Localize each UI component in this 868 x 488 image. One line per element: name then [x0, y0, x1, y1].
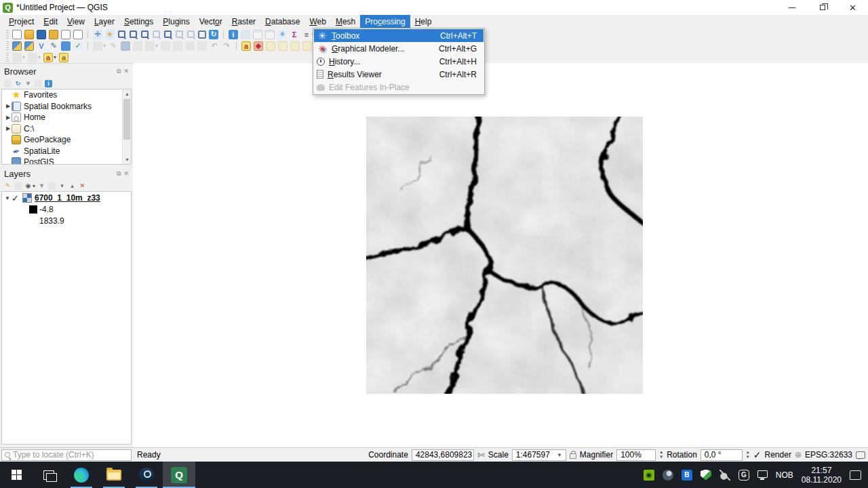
refresh-map-button[interactable]: ↻	[208, 29, 219, 40]
pan-to-selection-button[interactable]: ★	[104, 29, 115, 40]
browser-item-postgis[interactable]: ▶ PostGIS	[2, 157, 122, 165]
menu-settings[interactable]: Settings	[119, 15, 158, 28]
automated-label-placement-dropdown-arrow-icon[interactable]: ▾	[54, 54, 56, 60]
start-button[interactable]	[0, 462, 33, 488]
rotation-spinner[interactable]: ▲▼	[746, 450, 750, 460]
current-edits-dropdown-arrow-icon[interactable]: ▾	[103, 43, 106, 49]
toolbar-handle[interactable]	[6, 41, 9, 50]
coordinate-input[interactable]: 42843,6809823	[412, 449, 474, 461]
minimize-button[interactable]	[776, 0, 807, 15]
close-button[interactable]: ✕	[837, 0, 868, 15]
browser-item-favorites[interactable]: ▶ ★ Favorites	[2, 89, 122, 101]
automated-label-placement-button[interactable]: a▾	[43, 52, 57, 63]
steam-taskbar-button[interactable]	[130, 462, 163, 488]
save-project-as-button[interactable]	[48, 29, 59, 40]
spin-down-icon[interactable]: ▼	[659, 455, 663, 460]
browser-float-icon[interactable]: ⧉	[117, 68, 121, 75]
network-tray-icon[interactable]	[757, 470, 768, 478]
browser-refresh-button[interactable]: ↻	[14, 78, 22, 89]
browser-scrollbar[interactable]: ▲ ▼	[122, 89, 131, 164]
layers-close-icon[interactable]: ✕	[123, 170, 129, 178]
taskbar-clock[interactable]: 21:57 08.11.2020	[802, 466, 842, 485]
expand-arrow-icon[interactable]: ▶	[5, 115, 12, 121]
menu-project[interactable]: Project	[4, 15, 39, 28]
locator-search-input[interactable]: Type to locate (Ctrl+K)	[1, 449, 132, 461]
collapse-arrow-icon[interactable]: ▼	[3, 195, 12, 201]
scale-combobox[interactable]: 1:467597▼	[512, 449, 566, 461]
layers-collapse-all-button[interactable]: ▴	[68, 180, 77, 191]
zoom-in-button[interactable]	[117, 29, 127, 40]
language-indicator[interactable]: NOB	[776, 470, 793, 480]
render-checkbox[interactable]: ✓	[753, 449, 762, 460]
layers-filter-legend-button[interactable]: ▼	[37, 180, 46, 191]
messages-icon[interactable]	[856, 451, 865, 459]
windows-security-tray-icon[interactable]	[701, 470, 711, 481]
browser-item-spatialite[interactable]: ▶ ✒ SpatiaLite	[2, 146, 122, 157]
mouse-position-icon[interactable]: ✄	[477, 450, 485, 460]
expand-arrow-icon[interactable]: ▶	[5, 125, 12, 131]
lock-scale-icon[interactable]	[570, 453, 576, 459]
browser-close-icon[interactable]: ✕	[123, 68, 129, 75]
layer-styling-dropdown-dropdown-arrow-icon[interactable]: ▾	[38, 54, 41, 60]
layers-remove-button[interactable]: ✕	[78, 180, 87, 191]
layers-expand-all-button[interactable]: ▾	[58, 180, 66, 191]
layer-diagram-button[interactable]: ◆	[253, 41, 264, 52]
new-geopackage-layer-button[interactable]	[60, 41, 71, 52]
layers-manage-themes-dropdown-arrow-icon[interactable]: ▾	[33, 183, 35, 189]
layer-item-6700-1-10m-z33[interactable]: ▼ ✓ 6700_1_10m_z33	[2, 192, 131, 204]
menu-database[interactable]: Database	[260, 15, 304, 28]
steam-tray-icon[interactable]	[663, 470, 673, 481]
nvidia-tray-icon[interactable]: ◉	[644, 470, 654, 481]
open-data-source-manager-button[interactable]	[12, 41, 22, 52]
new-project-button[interactable]	[12, 29, 22, 40]
file-explorer-taskbar-button[interactable]	[98, 462, 130, 488]
layer-labeling-button[interactable]: a	[241, 41, 252, 52]
epsg-status-button[interactable]: EPSG:32633	[805, 450, 852, 460]
rotation-input[interactable]: 0,0 °	[701, 449, 743, 461]
browser-item-spatial-bookmarks[interactable]: ▶ Spatial Bookmarks	[2, 101, 122, 113]
zoom-full-extent-button[interactable]	[140, 29, 150, 40]
layer-visibility-checkbox[interactable]: ✓	[12, 194, 20, 203]
statistical-summary-button[interactable]: Σ	[289, 29, 300, 40]
menu-plugins[interactable]: Plugins	[158, 15, 194, 28]
toolbar-handle[interactable]	[6, 53, 9, 62]
browser-item-geopackage[interactable]: ▶ GeoPackage	[2, 134, 122, 146]
menu-item-history[interactable]: History... Ctrl+Alt+H	[314, 55, 484, 68]
menu-vector[interactable]: Vector	[195, 15, 227, 28]
satellite-dish-tray-icon[interactable]	[719, 470, 730, 481]
add-raster-layer-button[interactable]: V	[36, 41, 47, 52]
vertex-tool-dropdown-arrow-icon[interactable]: ▾	[155, 43, 158, 49]
menu-item-graphical-modeler[interactable]: ✳ Graphical Modeler... Ctrl+Alt+G	[314, 42, 484, 55]
spin-up-icon[interactable]: ▲	[746, 450, 750, 455]
menu-web[interactable]: Web	[304, 15, 330, 28]
menu-edit[interactable]: Edit	[39, 15, 62, 28]
identify-features-button[interactable]: i	[228, 29, 239, 40]
task-view-button[interactable]	[33, 462, 65, 488]
magnifier-input[interactable]: 100%	[616, 449, 656, 461]
scroll-up-icon[interactable]: ▲	[123, 89, 132, 98]
new-print-layout-button[interactable]	[60, 29, 71, 40]
logitech-ghub-tray-icon[interactable]: G	[738, 470, 749, 481]
field-calculator-button[interactable]: ✳	[277, 29, 288, 40]
spin-up-icon[interactable]: ▲	[659, 450, 663, 455]
qgis-taskbar-button[interactable]: Q	[163, 462, 195, 488]
menu-mesh[interactable]: Mesh	[331, 15, 360, 28]
browser-filter-button[interactable]: ▼	[24, 78, 33, 89]
menu-view[interactable]: View	[62, 15, 90, 28]
bluetooth-tray-icon[interactable]: B	[682, 470, 692, 481]
open-project-button[interactable]	[24, 29, 35, 40]
browser-item-home[interactable]: ▶ ⌂ Home	[2, 112, 122, 123]
toolbar-handle[interactable]	[6, 30, 9, 39]
menu-item-results-viewer[interactable]: Results Viewer Ctrl+Alt+R	[314, 68, 484, 81]
expand-arrow-icon[interactable]: ▶	[5, 103, 12, 109]
show-layout-manager-button[interactable]	[73, 29, 83, 40]
zoom-to-layer-button[interactable]	[163, 29, 173, 40]
menu-processing[interactable]: Processing	[360, 15, 410, 28]
zoom-out-button[interactable]	[128, 29, 138, 40]
scrollbar-thumb[interactable]	[123, 99, 130, 140]
new-shapefile-layer-button[interactable]: ✎	[48, 41, 59, 52]
edge-taskbar-button[interactable]	[65, 462, 98, 488]
layers-float-icon[interactable]: ⧉	[117, 170, 121, 178]
restore-button[interactable]	[807, 0, 837, 15]
map-canvas[interactable]	[133, 63, 868, 447]
